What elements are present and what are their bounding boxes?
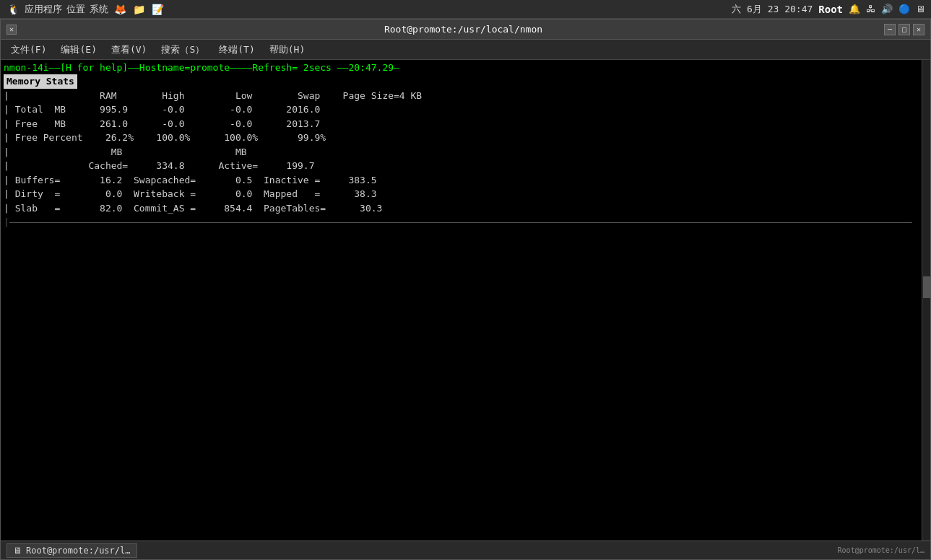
taskbar-right-text: Root@promote:/usr/l… bbox=[838, 546, 924, 554]
menu-search[interactable]: 搜索（S） bbox=[154, 42, 212, 58]
menu-view[interactable]: 查看(V) bbox=[104, 42, 154, 58]
window-minimize-button[interactable]: ─ bbox=[884, 24, 896, 35]
menu-terminal[interactable]: 终端(T) bbox=[212, 42, 261, 58]
apps-menu[interactable]: 应用程序 bbox=[25, 3, 62, 16]
term-line-5: | Cached= 334.8 Active= 199.7 bbox=[4, 159, 927, 173]
display-icon[interactable]: 🖥 bbox=[916, 4, 925, 14]
system-menu[interactable]: 系统 bbox=[90, 3, 108, 16]
term-line-4: | MB MB bbox=[4, 145, 927, 159]
term-line-6: | Buffers= 16.2 Swapcached= 0.5 Inactive… bbox=[4, 173, 927, 188]
window-titlebar: ✕ Root@promote:/usr/local/nmon ─ □ ✕ bbox=[1, 19, 930, 40]
window-title: Root@promote:/usr/local/nmon bbox=[43, 24, 884, 35]
term-line-8: | Slab = 82.0 Commit_AS = 854.4 PageTabl… bbox=[4, 201, 927, 216]
menu-help[interactable]: 帮助(H) bbox=[262, 42, 312, 58]
root-label: Root bbox=[818, 4, 843, 15]
window-close-button[interactable]: ✕ bbox=[7, 25, 17, 35]
taskbar-item[interactable]: 🖥 Root@promote:/usr/l… bbox=[7, 543, 137, 558]
bluetooth-icon[interactable]: 🔵 bbox=[898, 4, 910, 14]
terminal-content[interactable]: nmon-14i——[H for help]——Hostname=promote… bbox=[1, 60, 930, 559]
nmon-header-line: nmon-14i——[H for help]——Hostname=promote… bbox=[4, 61, 927, 74]
folder-icon[interactable]: 📁 bbox=[131, 2, 146, 17]
memory-stats-title-bar: Memory Stats bbox=[4, 74, 927, 89]
system-bar: 🐧 应用程序 位置 系统 🦊 📁 📝 六 6月 23 20:47 Root 🔔 … bbox=[0, 0, 931, 19]
taskbar-right: Root@promote:/usr/l… bbox=[838, 546, 924, 554]
window-close-button-right[interactable]: ✕ bbox=[913, 24, 924, 35]
term-line-0: | RAM High Low Swap Page Size=4 KB bbox=[4, 89, 927, 103]
system-bar-left: 🐧 应用程序 位置 系统 🦊 📁 📝 bbox=[6, 2, 165, 17]
notes-icon[interactable]: 📝 bbox=[150, 2, 165, 17]
network-icon[interactable]: 🖧 bbox=[866, 4, 875, 14]
taskbar-label: Root@promote:/usr/l… bbox=[26, 546, 131, 556]
terminal-icon: 🖥 bbox=[13, 546, 22, 556]
firefox-icon[interactable]: 🦊 bbox=[113, 2, 127, 17]
window-controls-left: ✕ bbox=[7, 25, 43, 35]
volume-icon[interactable]: 🔊 bbox=[881, 4, 893, 14]
location-menu[interactable]: 位置 bbox=[66, 3, 85, 16]
scrollbar[interactable] bbox=[922, 60, 930, 541]
term-line-3: | Free Percent 26.2% 100.0% 100.0% 99.9% bbox=[4, 131, 927, 145]
menubar: 文件(F) 编辑(E) 查看(V) 搜索（S） 终端(T) 帮助(H) bbox=[1, 40, 930, 60]
menu-file[interactable]: 文件(F) bbox=[4, 42, 53, 58]
taskbar: 🖥 Root@promote:/usr/l… Root@promote:/usr… bbox=[1, 541, 930, 559]
window-controls-right: ─ □ ✕ bbox=[884, 24, 924, 35]
scrollbar-thumb[interactable] bbox=[923, 276, 930, 298]
system-bar-right: 六 6月 23 20:47 Root 🔔 🖧 🔊 🔵 🖥 bbox=[732, 3, 925, 16]
separator-line: | bbox=[4, 215, 927, 229]
menu-edit[interactable]: 编辑(E) bbox=[53, 42, 103, 58]
memory-stats-title: Memory Stats bbox=[4, 74, 77, 89]
term-line-7: | Dirty = 0.0 Writeback = 0.0 Mapped = 3… bbox=[4, 187, 927, 201]
datetime: 六 6月 23 20:47 bbox=[732, 3, 813, 16]
terminal-window: ✕ Root@promote:/usr/local/nmon ─ □ ✕ 文件(… bbox=[0, 19, 931, 560]
notification-icon[interactable]: 🔔 bbox=[849, 4, 860, 14]
window-maximize-button[interactable]: □ bbox=[898, 24, 910, 35]
term-line-2: | Free MB 261.0 -0.0 -0.0 2013.7 bbox=[4, 117, 927, 131]
linux-icon: 🐧 bbox=[6, 2, 20, 17]
term-line-1: | Total MB 995.9 -0.0 -0.0 2016.0 bbox=[4, 102, 927, 117]
